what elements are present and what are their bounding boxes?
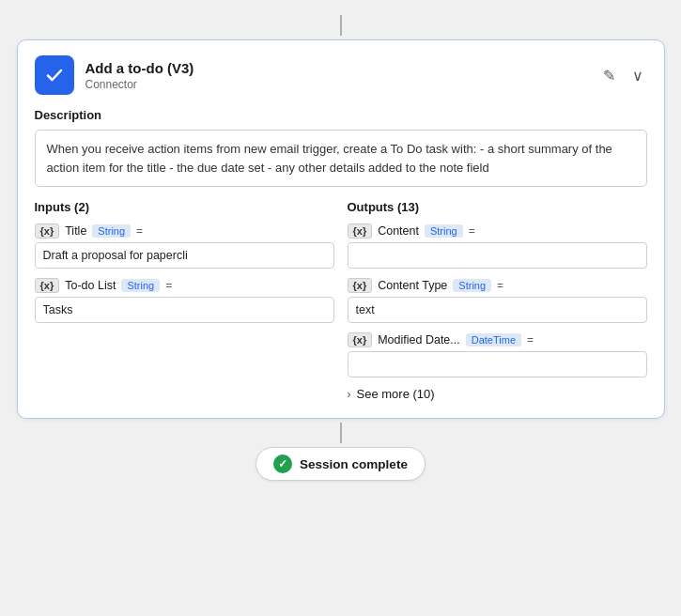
output-modified-expr: {x}: [348, 332, 373, 347]
bottom-connector-line: [340, 423, 342, 443]
connector-icon: [35, 55, 74, 95]
output-field-content-type: {x} Content Type String =: [348, 278, 647, 323]
connector-subtitle: Connector: [85, 78, 194, 91]
collapse-button[interactable]: ∨: [628, 65, 647, 86]
inputs-column: Inputs (2) {x} Title String = {x} To-do …: [35, 200, 334, 401]
output-content-type-eq: =: [497, 279, 503, 292]
input-todo-type: String: [121, 279, 160, 292]
connector-info: Add a to-do (V3) Connector: [85, 60, 194, 91]
input-title-badge-row: {x} Title String =: [35, 223, 334, 239]
see-more-label: See more (10): [357, 387, 435, 401]
card-header: Add a to-do (V3) Connector ✎ ∨: [35, 55, 647, 95]
output-content-label: Content: [378, 224, 419, 238]
output-content-type-field[interactable]: [348, 297, 647, 323]
outputs-column: Outputs (13) {x} Content String = {x} Co…: [348, 200, 647, 401]
output-content-type-badge-row: {x} Content Type String =: [348, 278, 647, 293]
input-title-field[interactable]: [35, 242, 334, 269]
output-field-content: {x} Content String =: [348, 223, 647, 269]
output-content-badge-row: {x} Content String =: [348, 223, 647, 239]
output-modified-badge-row: {x} Modified Date... DateTime =: [348, 332, 647, 347]
session-check-icon: ✓: [273, 454, 292, 473]
description-text: When you receive action items from new e…: [35, 130, 647, 187]
input-field-title: {x} Title String =: [35, 223, 334, 269]
outputs-section-title: Outputs (13): [348, 200, 647, 214]
output-content-type: String: [425, 224, 463, 238]
input-todo-field[interactable]: [35, 297, 334, 323]
io-section: Inputs (2) {x} Title String = {x} To-do …: [35, 200, 647, 401]
input-field-todo-list: {x} To-do List String =: [35, 278, 334, 323]
output-modified-type: DateTime: [466, 333, 521, 346]
output-content-expr: {x}: [348, 223, 373, 239]
input-title-type: String: [92, 224, 131, 238]
inputs-section-title: Inputs (2): [35, 200, 334, 214]
see-more-row[interactable]: › See more (10): [348, 387, 647, 401]
input-title-eq: =: [136, 224, 143, 238]
description-label: Description: [35, 108, 647, 122]
output-content-eq: =: [469, 224, 475, 238]
edit-icon: ✎: [603, 67, 615, 85]
connector-card: Add a to-do (V3) Connector ✎ ∨ Descripti…: [17, 39, 665, 419]
see-more-chevron-icon: ›: [348, 388, 351, 401]
output-modified-label: Modified Date...: [378, 333, 460, 346]
edit-button[interactable]: ✎: [599, 65, 619, 86]
card-header-right: ✎ ∨: [599, 65, 647, 86]
output-content-type-expr: {x}: [348, 278, 373, 293]
output-content-type-type: String: [453, 279, 491, 292]
input-todo-eq: =: [165, 279, 172, 292]
output-field-modified-date: {x} Modified Date... DateTime =: [348, 332, 647, 377]
input-todo-badge-row: {x} To-do List String =: [35, 278, 334, 293]
top-connector-line: [340, 15, 342, 36]
card-header-left: Add a to-do (V3) Connector: [35, 55, 194, 95]
connector-title: Add a to-do (V3): [85, 60, 194, 76]
output-modified-eq: =: [527, 333, 534, 346]
output-content-type-label: Content Type: [378, 279, 447, 292]
output-content-field[interactable]: [348, 242, 647, 269]
input-todo-expr: {x}: [35, 278, 60, 293]
input-title-expr: {x}: [35, 223, 60, 239]
chevron-down-icon: ∨: [632, 67, 643, 85]
input-todo-label: To-do List: [65, 279, 116, 292]
session-complete-label: Session complete: [300, 457, 408, 471]
output-modified-field[interactable]: [348, 351, 647, 377]
svg-rect-0: [43, 64, 66, 86]
session-complete-badge: ✓ Session complete: [255, 447, 426, 481]
input-title-label: Title: [65, 224, 86, 238]
